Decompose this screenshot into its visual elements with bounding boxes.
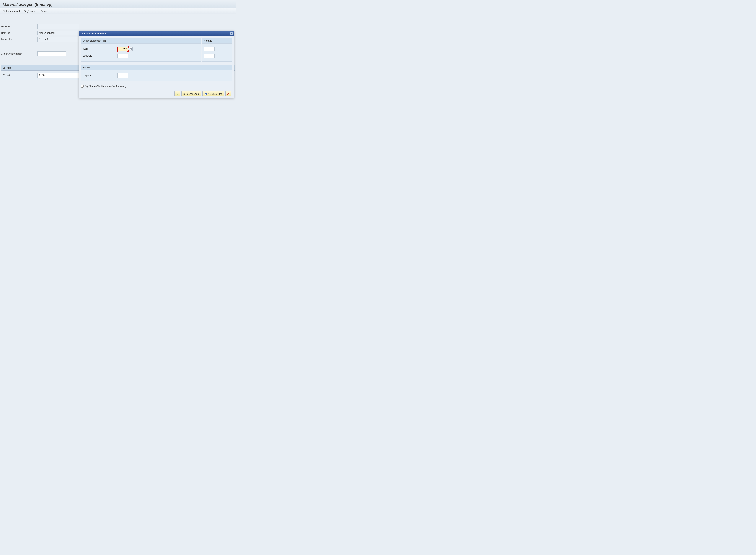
werk-label: Werk <box>83 47 118 50</box>
org-levels-dialog: Organisationsebenen Organisationsebenen … <box>79 31 234 98</box>
chevron-down-icon <box>76 33 78 33</box>
materialart-label: Materialart <box>1 38 38 41</box>
row-dispoprofil: Dispoprofil <box>83 72 231 79</box>
dialog-button-bar: Sichtenauswahl Voreinstellung <box>81 90 232 96</box>
row-werk: Werk <box>83 45 199 52</box>
toolbar: Sichtenauswahl OrgEbenen Daten <box>0 8 236 14</box>
vorlage-material-label: Material <box>1 74 38 77</box>
svg-rect-0 <box>81 33 82 34</box>
confirm-button[interactable] <box>175 91 180 96</box>
toolbar-orgebenen[interactable]: OrgEbenen <box>24 10 36 12</box>
row-vorlage-werk <box>204 45 231 52</box>
toolbar-daten[interactable]: Daten <box>41 10 47 12</box>
row-lagerort: Lagerort <box>83 52 199 59</box>
dialog-close-button[interactable] <box>230 32 233 35</box>
aenderungsnummer-label: Änderungsnummer <box>1 52 38 55</box>
vorlage-werk-input[interactable] <box>204 47 215 51</box>
dialog-body: Organisationsebenen Werk <box>79 36 234 98</box>
org-group: Organisationsebenen Werk <box>81 38 201 61</box>
org-group-header: Organisationsebenen <box>81 38 201 44</box>
profile-group-header: Profile <box>81 65 232 70</box>
werk-input[interactable] <box>118 47 128 51</box>
lagerort-label: Lagerort <box>83 54 118 57</box>
materialart-value: Rohstoff <box>39 38 48 41</box>
profile-group: Profile Dispoprofil <box>81 65 232 81</box>
branche-value: Maschinenbau <box>39 32 55 34</box>
cancel-button[interactable] <box>225 91 231 96</box>
vorlage-group-header: Vorlage <box>202 38 232 44</box>
dispoprofil-input[interactable] <box>118 73 128 78</box>
page-title: Material anlegen (Einstieg) <box>3 2 233 7</box>
svg-rect-4 <box>205 94 207 95</box>
lagerort-input[interactable] <box>118 53 128 58</box>
chevron-down-icon <box>76 39 78 40</box>
vorlage-material-field[interactable]: 1108 <box>38 73 79 78</box>
branche-dropdown[interactable]: Maschinenbau <box>38 31 79 35</box>
material-field[interactable] <box>38 24 79 29</box>
row-material: Material <box>1 24 235 30</box>
sichtenauswahl-button[interactable]: Sichtenauswahl <box>181 91 201 96</box>
row-checkbox: OrgEbenen/Profile nur auf Anforderung <box>81 84 232 90</box>
dispoprofil-label: Dispoprofil <box>83 74 118 77</box>
dialog-expand-icon <box>81 32 83 35</box>
material-label: Material <box>1 25 38 28</box>
aenderungsnummer-field[interactable] <box>38 51 66 56</box>
title-area: Material anlegen (Einstieg) <box>0 0 236 8</box>
check-icon <box>176 92 179 95</box>
org-on-request-checkbox[interactable] <box>81 85 84 88</box>
svg-rect-5 <box>205 93 207 93</box>
svg-rect-2 <box>130 48 131 50</box>
voreinstellung-button[interactable]: Voreinstellung <box>203 91 224 96</box>
materialart-dropdown[interactable]: Rohstoff <box>38 37 79 42</box>
werk-search-help-button[interactable] <box>129 47 133 51</box>
branche-label: Branche <box>1 32 38 34</box>
dialog-titlebar: Organisationsebenen <box>79 31 234 36</box>
vorlage-group: Vorlage <box>202 38 232 61</box>
save-icon <box>205 92 207 95</box>
row-vorlage-lagerort <box>204 52 231 59</box>
close-icon <box>227 92 229 95</box>
org-on-request-label: OrgEbenen/Profile nur auf Anforderung <box>85 85 127 88</box>
dialog-title: Organisationsebenen <box>84 32 106 35</box>
toolbar-sichtenauswahl[interactable]: Sichtenauswahl <box>3 10 20 12</box>
vorlage-lagerort-input[interactable] <box>204 53 215 58</box>
